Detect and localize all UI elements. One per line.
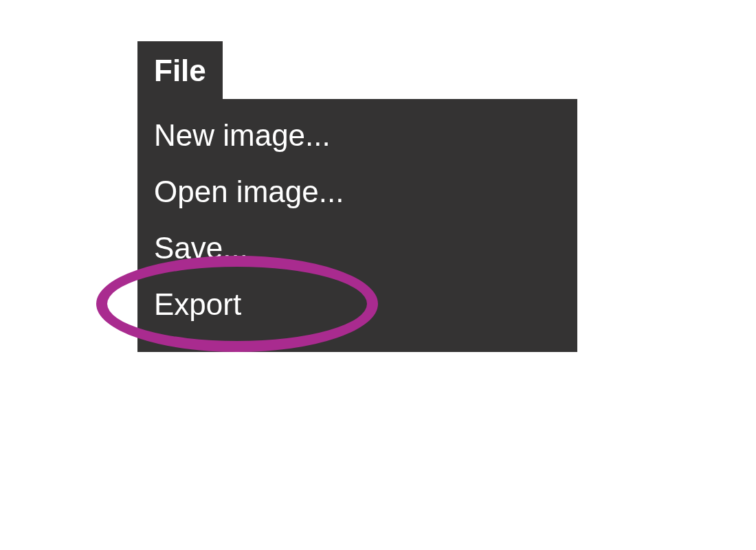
file-menu: File New image... Open image... Save... … [137,41,577,352]
menu-item-save[interactable]: Save... [137,220,577,276]
menu-header-file[interactable]: File [137,41,223,99]
menu-item-new-image[interactable]: New image... [137,107,577,164]
menu-item-export[interactable]: Export [137,276,577,333]
menu-item-open-image[interactable]: Open image... [137,164,577,220]
file-menu-dropdown: New image... Open image... Save... Expor… [137,99,577,352]
